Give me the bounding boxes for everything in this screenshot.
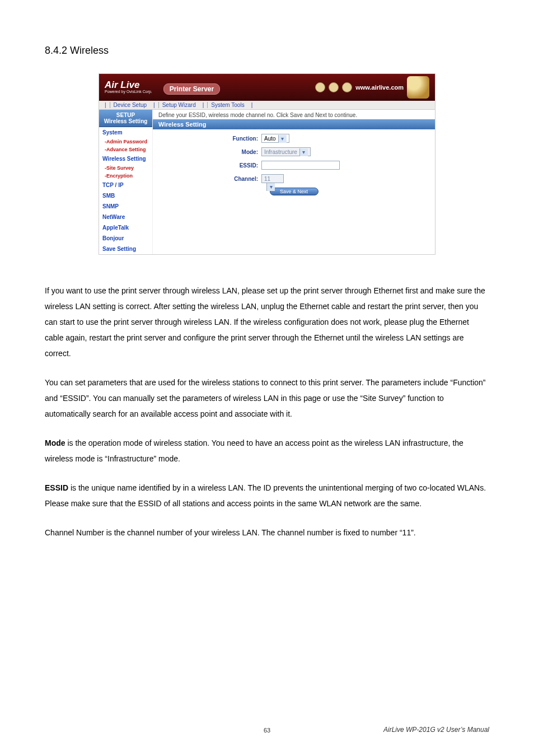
sidebar-item-snmp[interactable]: SNMP [99,201,152,212]
chevron-down-icon: ▾ [266,183,275,191]
sidebar-item-save-setting[interactable]: Save Setting [99,244,152,254]
sidebar-item-tcpip[interactable]: TCP / IP [99,180,152,190]
sidebar-item-advance-setting[interactable]: -Advance Setting [99,146,152,153]
save-next-button[interactable]: Save & Next [270,188,318,195]
header-title: Printer Server [163,83,220,95]
sidebar-header: SETUP Wireless Setting [99,110,152,127]
sidebar-item-site-survey[interactable]: -Site Survey [99,164,152,172]
paragraph-channel: Channel Number is the channel number of … [45,525,489,540]
paragraph-mode: Mode is the operation mode of wireless s… [45,435,489,466]
sidebar-item-admin-password[interactable]: -Admin Password [99,138,152,146]
tab-device-setup[interactable]: Device Setup [110,102,150,108]
refresh-icon[interactable] [329,82,339,92]
sidebar-item-encryption[interactable]: -Encryption [99,172,152,180]
essid-label: ESSID: [157,162,261,169]
brand-subtext: Powered by OvisLink Corp. [105,90,152,94]
paragraph-params: You can set parameters that are used for… [45,375,489,422]
panel-description: Define your ESSID, wireless mode channel… [153,110,435,119]
tab-sep: | [203,102,204,108]
sidebar-item-bonjour[interactable]: Bonjour [99,233,152,244]
mode-select[interactable]: Infrastructure▾ [261,147,311,156]
tab-setup-wizard[interactable]: Setup Wizard [158,102,199,108]
body-text: If you want to use the print server thro… [45,283,489,540]
paragraph-intro: If you want to use the print server thro… [45,283,489,361]
top-tabs: | Device Setup | Setup Wizard | System T… [99,101,435,110]
paragraph-essid: ESSID is the unique name identified by i… [45,480,489,511]
panel-title: Wireless Setting [153,119,435,129]
chevron-down-icon: ▾ [278,135,287,143]
config-screenshot: Air Live Powered by OvisLink Corp. Print… [99,73,435,255]
site-url[interactable]: www.airlive.com [355,84,404,91]
tab-sep: | [105,102,106,108]
sidebar: SETUP Wireless Setting System -Admin Pas… [99,110,153,254]
section-title: 8.4.2 Wireless [45,45,489,57]
sidebar-item-smb[interactable]: SMB [99,190,152,201]
function-label: Function: [157,136,261,142]
essid-input[interactable] [261,161,340,170]
tab-sep: | [251,102,253,108]
email-icon[interactable] [342,82,352,92]
home-icon[interactable] [315,82,325,92]
decor-graphic [407,76,429,99]
logo-area: Air Live Powered by OvisLink Corp. Print… [105,80,220,94]
function-select[interactable]: Auto▾ [261,134,289,143]
channel-label: Channel: [157,176,261,182]
mode-label: Mode: [157,149,261,155]
tab-sep: | [153,102,155,108]
header-bar: Air Live Powered by OvisLink Corp. Print… [99,74,435,101]
brand-logo-text: Air Live [105,80,152,90]
main-panel: Define your ESSID, wireless mode channel… [153,110,435,254]
chevron-down-icon: ▾ [299,148,308,156]
header-icons: www.airlive.com [315,76,429,99]
sidebar-item-netware[interactable]: NetWare [99,212,152,222]
tab-system-tools[interactable]: System Tools [207,102,247,108]
channel-select[interactable]: 11▾ [261,174,284,183]
page-number: 63 [0,727,534,734]
sidebar-item-appletalk[interactable]: AppleTalk [99,222,152,233]
sidebar-item-system[interactable]: System [99,127,152,138]
sidebar-item-wireless-setting[interactable]: Wireless Setting [99,153,152,164]
